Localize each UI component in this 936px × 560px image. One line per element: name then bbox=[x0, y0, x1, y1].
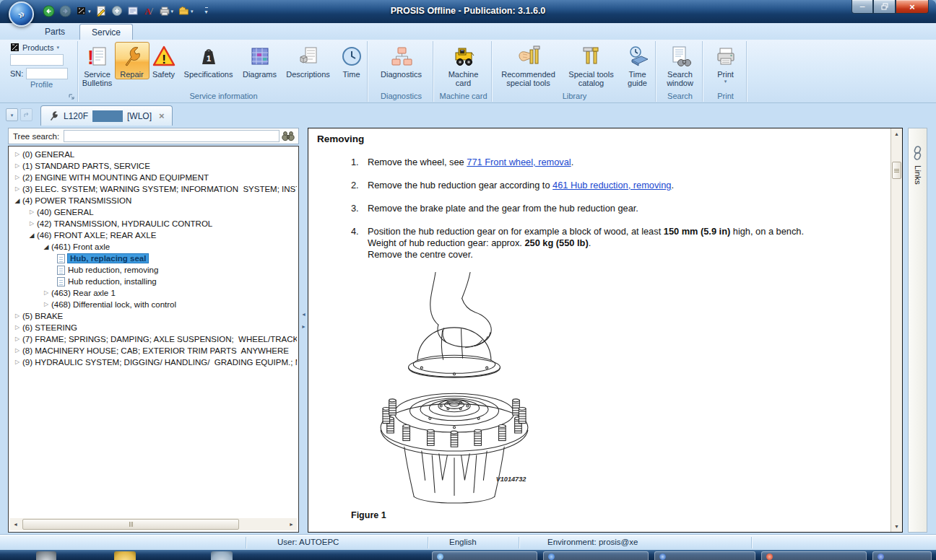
close-button[interactable]: × bbox=[896, 0, 929, 14]
add-button[interactable] bbox=[110, 4, 124, 18]
report-button[interactable] bbox=[126, 4, 139, 18]
tab-close-icon[interactable]: × bbox=[156, 110, 165, 121]
taskbar-icon[interactable] bbox=[114, 551, 136, 560]
tree-item[interactable]: ▷(7) FRAME; SPRINGS; DAMPING; AXLE SUSPE… bbox=[10, 333, 297, 345]
links-panel-tab[interactable]: Links bbox=[908, 128, 927, 533]
link-front-wheel-removal[interactable]: 771 Front wheel, removal bbox=[467, 157, 571, 167]
search-window-button[interactable]: Search window bbox=[660, 42, 701, 88]
expander-expanded-icon[interactable]: ◢ bbox=[27, 232, 37, 239]
search-window-icon bbox=[669, 45, 692, 68]
time-button[interactable]: Time bbox=[336, 42, 368, 79]
tab-parts[interactable]: Parts bbox=[33, 24, 77, 40]
tree-item[interactable]: ▷(9) HYDRAULIC SYSTEM; DIGGING/ HANDLING… bbox=[10, 356, 297, 368]
expander-collapsed-icon[interactable]: ▷ bbox=[12, 359, 22, 366]
tree-item[interactable]: ▷(3) ELEC. SYSTEM; WARNING SYSTEM; INFOR… bbox=[10, 183, 297, 195]
products-dropdown[interactable]: Products ▾ bbox=[10, 43, 59, 52]
expander-collapsed-icon[interactable]: ▷ bbox=[27, 220, 37, 227]
time-guide-button[interactable]: Time guide bbox=[621, 42, 654, 88]
scroll-right-icon[interactable]: ► bbox=[286, 522, 297, 527]
tree-item-selected[interactable]: Hub, replacing seal bbox=[10, 253, 297, 264]
tree-item[interactable]: Hub reduction, removing bbox=[10, 264, 297, 276]
scroll-down-icon[interactable]: ▼ bbox=[891, 521, 902, 532]
tree-item[interactable]: Hub reduction, installing bbox=[10, 276, 297, 287]
taskbar-button[interactable] bbox=[761, 551, 867, 560]
tree-horizontal-scrollbar[interactable]: ◄ ► bbox=[10, 518, 297, 530]
repair-button[interactable]: Repair bbox=[115, 42, 150, 79]
tree-item[interactable]: ▷(8) MACHINERY HOUSE; CAB; EXTERIOR TRIM… bbox=[10, 345, 297, 356]
minimize-button[interactable]: – bbox=[852, 0, 873, 14]
tree-item[interactable]: ▷(463) Rear axle 1 bbox=[10, 287, 297, 299]
tree-item[interactable]: ▷(42) TRANSMISSION, HYDRAULIC CONTROL bbox=[10, 218, 297, 229]
forward-button[interactable] bbox=[58, 4, 72, 18]
taskbar-button[interactable] bbox=[654, 551, 755, 560]
tree-item[interactable]: ▷(468) Differential lock, with control bbox=[10, 299, 297, 310]
document-pane: Removing 1.Remove the wheel, see 771 Fro… bbox=[308, 128, 903, 533]
expander-collapsed-icon[interactable]: ▷ bbox=[12, 151, 22, 158]
descriptions-button[interactable]: Descriptions bbox=[281, 42, 336, 79]
service-bulletins-button[interactable]: ! Service Bulletins bbox=[80, 42, 115, 88]
expander-collapsed-icon[interactable]: ▷ bbox=[12, 324, 22, 331]
tree-item[interactable]: ◢(4) POWER TRANSMISSION bbox=[10, 195, 297, 206]
publication-tab[interactable]: L120F [WLO] × bbox=[40, 105, 173, 126]
taskbar-icon[interactable] bbox=[211, 551, 233, 560]
tab-list-dropdown-button[interactable]: ▾ bbox=[6, 108, 18, 121]
expander-collapsed-icon[interactable]: ▷ bbox=[12, 347, 22, 354]
tree-search-input[interactable] bbox=[64, 130, 280, 142]
navigate-up-button[interactable] bbox=[20, 108, 32, 121]
taskbar-button[interactable] bbox=[432, 551, 537, 560]
view-icon bbox=[76, 5, 87, 17]
figure-drawing: V1014732 bbox=[346, 272, 563, 504]
scrollbar-thumb[interactable] bbox=[22, 519, 239, 530]
tree-item[interactable]: ▷(6) STEERING bbox=[10, 322, 297, 333]
expander-collapsed-icon[interactable]: ▷ bbox=[12, 185, 22, 193]
expander-collapsed-icon[interactable]: ▷ bbox=[41, 301, 51, 308]
restore-button[interactable] bbox=[873, 0, 896, 14]
tree-item[interactable]: ▷(0) GENERAL bbox=[10, 149, 297, 160]
special-tools-catalog-button[interactable]: Special tools catalog bbox=[562, 42, 621, 88]
expander-expanded-icon[interactable]: ◢ bbox=[41, 243, 51, 250]
profile-dialog-launcher[interactable] bbox=[68, 93, 75, 100]
tree-search-button[interactable] bbox=[280, 131, 297, 141]
back-button[interactable] bbox=[42, 4, 56, 18]
tree-item[interactable]: ▷(40) GENERAL bbox=[10, 206, 297, 218]
expander-collapsed-icon[interactable]: ▷ bbox=[12, 162, 22, 170]
recommended-special-tools-button[interactable]: Recommended special tools bbox=[495, 42, 562, 88]
products-icon bbox=[10, 43, 20, 52]
pane-splitter[interactable]: ◄ ► bbox=[301, 128, 306, 533]
taskbar-button[interactable] bbox=[543, 551, 649, 560]
scrollbar-thumb[interactable] bbox=[892, 162, 901, 179]
splitter-expand-icon[interactable]: ► bbox=[301, 324, 306, 329]
forward-icon bbox=[59, 5, 72, 17]
link-hub-reduction-removing[interactable]: 461 Hub reduction, removing bbox=[552, 180, 671, 191]
app-menu-orb[interactable]: » bbox=[9, 1, 34, 27]
view-button[interactable]: ▾ bbox=[75, 4, 92, 18]
print-button[interactable]: Print ▾ bbox=[707, 42, 745, 84]
product-field[interactable] bbox=[10, 54, 64, 66]
tree-item[interactable]: ◢(461) Front axle bbox=[10, 241, 297, 253]
diagrams-button[interactable]: Diagrams bbox=[239, 42, 281, 79]
notes-button[interactable] bbox=[95, 4, 108, 18]
expander-collapsed-icon[interactable]: ▷ bbox=[41, 289, 51, 297]
taskbar-icon[interactable] bbox=[36, 551, 56, 560]
expander-expanded-icon[interactable]: ◢ bbox=[12, 197, 22, 204]
expander-collapsed-icon[interactable]: ▷ bbox=[12, 312, 22, 320]
tab-service[interactable]: Service bbox=[79, 24, 133, 40]
scroll-left-icon[interactable]: ◄ bbox=[10, 522, 21, 527]
sn-field[interactable] bbox=[26, 68, 68, 79]
splitter-collapse-icon[interactable]: ◄ bbox=[301, 312, 306, 317]
tree-item[interactable]: ▷(5) BRAKE bbox=[10, 310, 297, 322]
diagnostics-button[interactable]: Diagnostics bbox=[372, 42, 431, 79]
group-label-library: Library bbox=[494, 91, 655, 102]
taskbar-button[interactable] bbox=[872, 551, 932, 560]
expander-collapsed-icon[interactable]: ▷ bbox=[27, 209, 37, 216]
tree-item[interactable]: ▷(1) STANDARD PARTS, SERVICE bbox=[10, 160, 297, 172]
document-vertical-scrollbar[interactable]: ▲ ▼ bbox=[890, 128, 902, 532]
tree-item[interactable]: ◢(46) FRONT AXLE; REAR AXLE bbox=[10, 229, 297, 241]
safety-button[interactable]: ! Safety bbox=[150, 42, 178, 79]
expander-collapsed-icon[interactable]: ▷ bbox=[12, 336, 22, 343]
tree-item[interactable]: ▷(2) ENGINE WITH MOUNTING AND EQUIPMENT bbox=[10, 172, 297, 183]
scroll-up-icon[interactable]: ▲ bbox=[891, 128, 902, 139]
expander-collapsed-icon[interactable]: ▷ bbox=[12, 174, 22, 181]
machine-card-button[interactable]: Machine card bbox=[438, 42, 489, 88]
specifications-button[interactable]: 1 Specifications bbox=[178, 42, 239, 79]
